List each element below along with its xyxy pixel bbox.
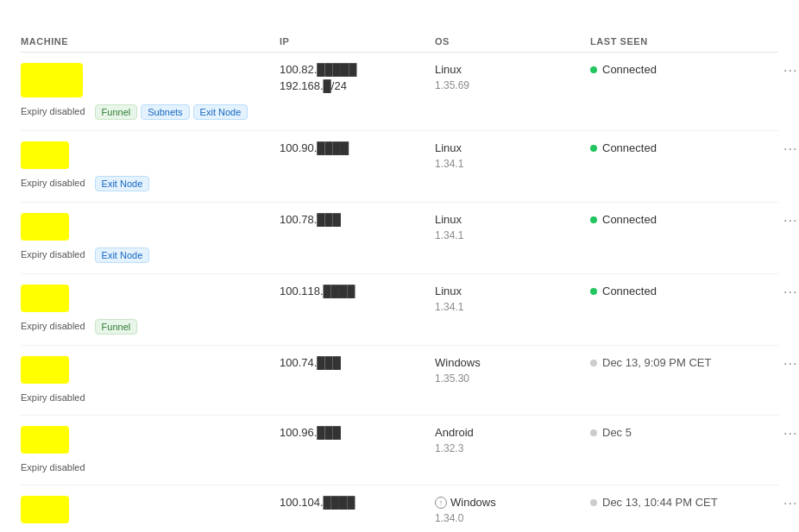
tag-exitnode: Exit Node	[193, 104, 249, 120]
avatar	[21, 63, 83, 97]
col-lastseen: LAST SEEN	[590, 36, 780, 47]
os-name: Windows	[435, 356, 481, 369]
status-cell: Dec 13, 9:09 PM CET	[590, 356, 780, 369]
inactive-dot	[590, 360, 597, 366]
ip-address: 100.104.████	[280, 496, 435, 509]
more-options-button[interactable]: ···	[780, 141, 799, 157]
os-cell: Linux1.35.69	[435, 63, 590, 91]
table-row: Expiry disabled100.96.███Android1.32.3De…	[21, 416, 778, 485]
os-cell: Windows1.35.30	[435, 356, 590, 385]
update-icon: ↑	[435, 497, 447, 509]
tags-container: Expiry disabledFunnel	[21, 319, 280, 335]
status-text: Dec 13, 10:44 PM CET	[602, 496, 718, 509]
table-header: MACHINE IP OS LAST SEEN	[21, 31, 778, 53]
tag-exitnode: Exit Node	[95, 176, 150, 191]
os-name: Linux	[435, 213, 462, 226]
more-options-button[interactable]: ···	[780, 426, 799, 441]
machine-cell: Expiry disabledExit Node	[21, 141, 280, 191]
inactive-dot	[590, 499, 597, 506]
more-cell: ···	[780, 141, 799, 157]
ip-cell: 100.82.█████192.168.█/24	[280, 63, 435, 92]
avatar	[21, 141, 69, 169]
more-options-button[interactable]: ···	[780, 63, 799, 78]
status-cell: Connected	[590, 63, 780, 76]
status-cell: Connected	[590, 141, 780, 154]
tags-container: Expiry disabledFunnelSubnetsExit Node	[21, 104, 280, 120]
tag-expiry: Expiry disabled	[21, 104, 91, 120]
os-version: 1.34.1	[435, 158, 590, 170]
connected-dot	[590, 288, 597, 295]
ip-address: 100.78.███	[280, 213, 435, 226]
ip-cell: 100.118.████	[280, 285, 435, 297]
more-options-button[interactable]: ···	[780, 356, 799, 372]
table-row: Expiry disabledFunnel100.118.████Linux1.…	[21, 274, 778, 346]
tag-funnel: Funnel	[95, 319, 138, 335]
col-machine: MACHINE	[21, 36, 280, 47]
more-options-button[interactable]: ···	[780, 496, 799, 511]
more-options-button[interactable]: ···	[780, 213, 799, 228]
avatar	[21, 285, 69, 312]
status-cell: Dec 5	[590, 426, 780, 439]
status-date: Dec 5	[590, 426, 780, 439]
status-text: Connected	[602, 63, 657, 76]
os-version: 1.35.30	[435, 372, 590, 385]
ip-address: 100.118.████	[280, 285, 435, 297]
status-cell: Connected	[590, 285, 780, 297]
os-name: Linux	[435, 285, 462, 297]
table-row: Expiry disabledExit Node100.90.████Linux…	[21, 131, 778, 203]
more-cell: ···	[780, 63, 799, 78]
status-connected: Connected	[590, 213, 780, 226]
os-cell: ↑Windows1.34.0	[435, 496, 590, 524]
avatar	[21, 426, 69, 454]
os-name: Linux	[435, 63, 462, 76]
more-cell: ···	[780, 356, 799, 372]
os-name: Linux	[435, 141, 462, 154]
status-text: Dec 5	[602, 426, 632, 439]
ip-cell: 100.96.███	[280, 426, 435, 439]
avatar	[21, 496, 69, 523]
os-version: 1.34.1	[435, 229, 590, 241]
status-cell: Dec 13, 10:44 PM CET	[590, 496, 780, 509]
table-row: Expiry disabled100.74.███Windows1.35.30D…	[21, 346, 778, 416]
machines-page: MACHINE IP OS LAST SEEN Expiry disabledF…	[0, 0, 799, 532]
status-connected: Connected	[590, 63, 780, 76]
os-cell: Linux1.34.1	[435, 213, 590, 241]
tag-expiry: Expiry disabled	[21, 460, 91, 474]
status-date: Dec 13, 9:09 PM CET	[590, 356, 780, 369]
os-cell: Linux1.34.1	[435, 141, 590, 170]
machine-cell: Expiry disabledFunnel	[21, 285, 280, 335]
status-date: Dec 13, 10:44 PM CET	[590, 496, 780, 509]
machine-cell: Expiry disabled	[21, 356, 280, 404]
connected-dot	[590, 145, 597, 152]
ip-cell: 100.104.████	[280, 496, 435, 509]
tag-funnel: Funnel	[95, 104, 138, 120]
tag-expiry: Expiry disabled	[21, 176, 91, 191]
status-text: Connected	[602, 285, 657, 297]
tag-expiry: Expiry disabled	[21, 391, 91, 404]
ip-cell: 100.90.████	[280, 141, 435, 154]
tag-exitnode: Exit Node	[95, 247, 150, 263]
col-os: OS	[435, 36, 590, 47]
ip-address: 192.168.█/24	[280, 79, 435, 92]
machines-list: Expiry disabledFunnelSubnetsExit Node100…	[21, 53, 778, 532]
more-options-button[interactable]: ···	[780, 285, 799, 300]
os-cell: Android1.32.3	[435, 426, 590, 454]
machine-cell: Expiry disabled	[21, 496, 280, 532]
os-version: 1.34.0	[435, 512, 590, 524]
status-text: Connected	[602, 141, 657, 154]
ip-address: 100.74.███	[280, 356, 435, 369]
avatar	[21, 213, 69, 241]
ip-address: 100.96.███	[280, 426, 435, 439]
connected-dot	[590, 66, 597, 73]
tag-expiry: Expiry disabled	[21, 247, 91, 263]
more-cell: ···	[780, 496, 799, 511]
ip-cell: 100.78.███	[280, 213, 435, 226]
os-name: Android	[435, 426, 474, 439]
os-cell: Linux1.34.1	[435, 285, 590, 313]
ip-address: 100.90.████	[280, 141, 435, 154]
connected-dot	[590, 216, 597, 223]
tags-container: Expiry disabledExit Node	[21, 176, 280, 191]
table-row: Expiry disabledExit Node100.78.███Linux1…	[21, 203, 778, 274]
tags-container: Expiry disabledExit Node	[21, 247, 280, 263]
table-row: Expiry disabledFunnelSubnetsExit Node100…	[21, 53, 778, 131]
